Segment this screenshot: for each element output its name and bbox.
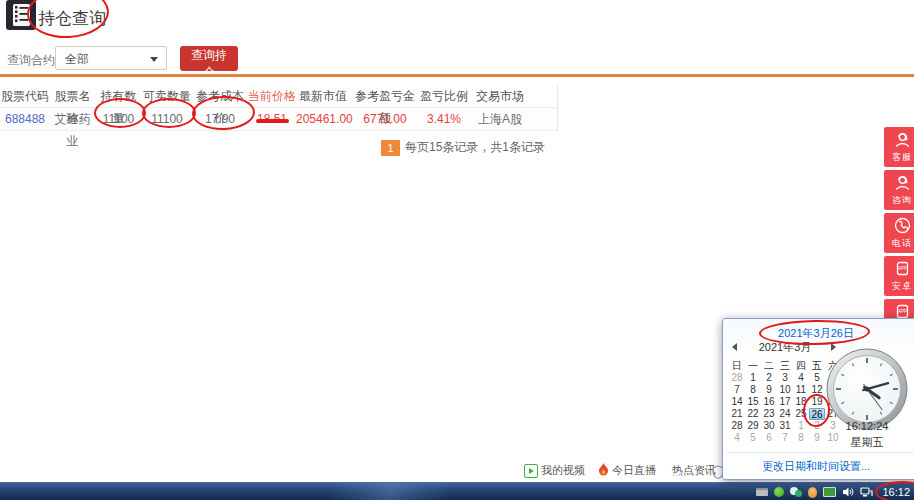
chevron-down-icon xyxy=(150,57,158,62)
calendar-day[interactable]: 14 xyxy=(729,396,745,408)
footer-link-label: 热点资讯 xyxy=(672,463,716,478)
column-header-1: 股票名称 xyxy=(50,85,95,107)
calendar-day[interactable]: 23 xyxy=(761,408,777,420)
system-tray: 16:12 xyxy=(756,483,912,500)
svg-text:APP: APP xyxy=(897,266,906,271)
page-title: 持仓查询 xyxy=(38,7,106,30)
table-body: 688488艾迪药业111001110017.9018.51205461.006… xyxy=(0,108,557,131)
analog-clock xyxy=(825,347,909,431)
digital-time: 16:12:24 xyxy=(823,420,911,432)
side-button-label: 咨询 xyxy=(884,194,914,207)
calendar-day[interactable]: 21 xyxy=(729,408,745,420)
calendar-day[interactable]: 31 xyxy=(777,420,793,432)
side-button-label: 客服 xyxy=(884,151,914,164)
column-header-0: 股票代码 xyxy=(0,85,50,107)
change-datetime-settings-link[interactable]: 更改日期和时间设置... xyxy=(723,459,909,474)
cell-2: 11100 xyxy=(95,108,142,130)
calendar-weekday: 日 xyxy=(729,359,745,372)
calendar-day[interactable]: 6 xyxy=(761,432,777,444)
calendar-day[interactable]: 7 xyxy=(777,432,793,444)
calendar-day[interactable]: 7 xyxy=(729,384,745,396)
screen-tray-icon[interactable] xyxy=(823,487,836,497)
calendar-day[interactable]: 12 xyxy=(809,384,825,396)
calendar-day[interactable]: 5 xyxy=(745,432,761,444)
calendar-weekday: 四 xyxy=(793,359,809,372)
network-icon[interactable] xyxy=(860,486,873,498)
calendar-weekday: 二 xyxy=(761,359,777,372)
qq-tray-icon[interactable] xyxy=(808,487,817,498)
side-button-label: 电话 xyxy=(884,237,914,250)
pagination-summary: 每页15条记录，共1条记录 xyxy=(405,139,545,156)
calendar-day[interactable]: 10 xyxy=(777,384,793,396)
column-header-6: 最新市值 xyxy=(296,85,350,107)
calendar-weekday: 三 xyxy=(777,359,793,372)
table-header-row: 股票代码股票名称持有数量可卖数量参考成本价当前价格最新市值参考盈亏金额盈亏比例交… xyxy=(0,85,557,108)
footer-link-今日直播[interactable]: 今日直播 xyxy=(598,463,656,478)
calendar-day[interactable]: 24 xyxy=(777,408,793,420)
headset-icon xyxy=(894,177,911,194)
contract-select[interactable]: 全部 xyxy=(55,46,167,70)
phone-icon xyxy=(894,220,911,237)
messenger-tray-icon[interactable] xyxy=(774,487,784,497)
cell-4: 17.90 xyxy=(192,108,248,130)
column-header-7: 参考盈亏金额 xyxy=(350,85,420,107)
calendar-day[interactable]: 16 xyxy=(761,396,777,408)
calendar-day[interactable]: 8 xyxy=(793,432,809,444)
section-divider xyxy=(0,74,914,77)
calendar-weekday: 五 xyxy=(809,359,825,372)
chat-tray-icon[interactable] xyxy=(790,487,802,497)
calendar-day[interactable]: 1 xyxy=(793,420,809,432)
calendar-day[interactable]: 5 xyxy=(809,372,825,384)
calendar-day[interactable]: 3 xyxy=(777,372,793,384)
calendar-day[interactable]: 15 xyxy=(745,396,761,408)
footer-link-我的视频[interactable]: 我的视频 xyxy=(524,463,585,478)
cell-6: 205461.00 xyxy=(296,108,350,130)
taskbar-clock[interactable]: 16:12 xyxy=(882,486,910,498)
calendar-day[interactable]: 18 xyxy=(793,396,809,408)
cell-1: 艾迪药业 xyxy=(50,108,95,130)
calendar-day[interactable]: 19 xyxy=(809,396,825,408)
side-button-客服[interactable]: 客服 xyxy=(884,127,914,167)
column-header-5: 当前价格 xyxy=(248,85,296,107)
cell-9: 上海A股 xyxy=(468,108,532,130)
calendar-day[interactable]: 11 xyxy=(793,384,809,396)
calendar-day[interactable]: 29 xyxy=(745,420,761,432)
speaker-icon[interactable] xyxy=(842,486,854,498)
desktop-screen: 持仓查询 查询合约： 全部 查询持仓 股票代码股票名称持有数量可卖数量参考成本价… xyxy=(0,0,914,500)
calendar-weekday: 一 xyxy=(745,359,761,372)
calendar-day[interactable]: 9 xyxy=(761,384,777,396)
calendar-day[interactable]: 28 xyxy=(729,420,745,432)
current-date-link[interactable]: 2021年3月26日 xyxy=(723,326,909,341)
calendar-day[interactable]: 2 xyxy=(761,372,777,384)
side-button-label: 安卓 xyxy=(884,280,914,293)
calendar-day[interactable]: 25 xyxy=(793,408,809,420)
page-number-button[interactable]: 1 xyxy=(381,140,400,156)
footer-link-label: 今日直播 xyxy=(612,463,656,478)
table-row: 688488艾迪药业111001110017.9018.51205461.006… xyxy=(0,108,557,131)
svg-text:APP: APP xyxy=(897,309,906,314)
printer-tray-icon[interactable] xyxy=(756,488,768,496)
calendar-day[interactable]: 4 xyxy=(729,432,745,444)
column-header-8: 盈亏比例 xyxy=(420,85,468,107)
side-button-安卓[interactable]: APP安卓 xyxy=(884,256,914,296)
footer-link-热点资讯[interactable]: 热点资讯 xyxy=(669,463,716,478)
calendar-day[interactable]: 17 xyxy=(777,396,793,408)
side-button-电话[interactable]: 电话 xyxy=(884,213,914,253)
cell-3: 11100 xyxy=(142,108,192,130)
weekday-label: 星期五 xyxy=(823,435,911,450)
calendar-day-selected[interactable]: 26 xyxy=(809,408,825,420)
side-button-咨询[interactable]: 咨询 xyxy=(884,170,914,210)
calendar-day[interactable]: 30 xyxy=(761,420,777,432)
play-icon xyxy=(524,464,538,478)
calendar-day[interactable]: 8 xyxy=(745,384,761,396)
query-positions-button[interactable]: 查询持仓 xyxy=(180,46,238,71)
column-header-2: 持有数量 xyxy=(95,85,142,107)
calendar-day[interactable]: 22 xyxy=(745,408,761,420)
calendar-day[interactable]: 28 xyxy=(729,372,745,384)
calendar-day[interactable]: 1 xyxy=(745,372,761,384)
cell-0[interactable]: 688488 xyxy=(0,108,50,130)
contract-select-value: 全部 xyxy=(65,52,89,66)
calendar-day[interactable]: 4 xyxy=(793,372,809,384)
column-header-4: 参考成本价 xyxy=(192,85,248,107)
positions-page-icon xyxy=(6,0,36,30)
